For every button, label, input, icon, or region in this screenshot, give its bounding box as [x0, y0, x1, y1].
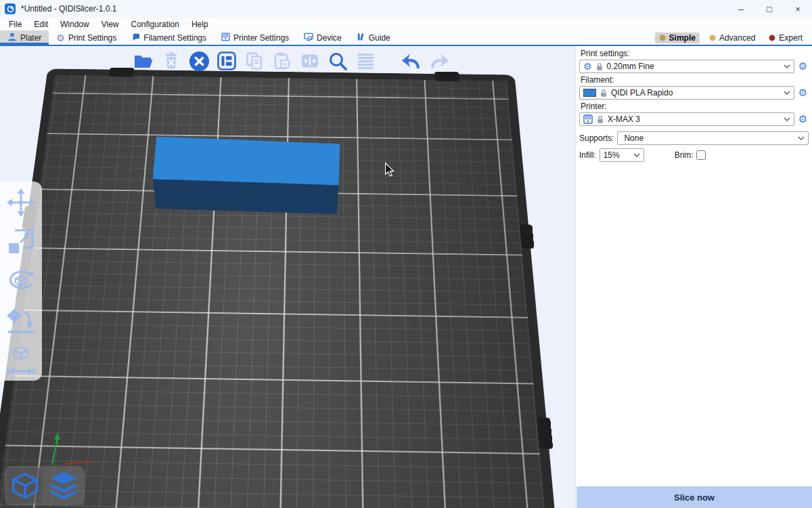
delete-button[interactable] — [160, 50, 182, 72]
layer-height-icon — [355, 51, 376, 71]
menu-window[interactable]: Window — [54, 20, 95, 29]
slice-now-button[interactable]: Slice now — [577, 486, 812, 508]
simple-mode-dot — [659, 35, 666, 41]
sliced-layers-icon — [48, 470, 79, 501]
app-icon — [5, 3, 16, 14]
paste-button[interactable] — [271, 50, 293, 72]
title-bar: *Untitled - QIDISlicer-1.0.1 – □ × — [0, 0, 812, 18]
model-box-top-face — [153, 137, 340, 186]
3d-editor-view-button[interactable] — [7, 468, 43, 503]
folder-open-icon — [133, 51, 154, 71]
expert-mode-dot — [769, 35, 775, 41]
printer-label: Printer: — [581, 102, 809, 111]
undo-button[interactable] — [401, 50, 422, 72]
variable-layer-height-button[interactable] — [355, 50, 376, 72]
rotate-tool[interactable] — [4, 264, 38, 298]
cube-icon — [10, 471, 40, 501]
place-on-face-tool[interactable] — [4, 303, 38, 337]
printer-gear-button[interactable]: ⚙ — [797, 114, 809, 125]
print-settings-gear-button[interactable]: ⚙ — [797, 61, 809, 72]
arrange-icon — [217, 51, 237, 71]
open-button[interactable] — [133, 50, 154, 72]
print-settings-label: Print settings: — [581, 49, 809, 58]
trash-icon — [162, 51, 181, 71]
tab-filament-settings[interactable]: Filament Settings — [124, 30, 214, 45]
lock-icon — [600, 89, 608, 98]
tab-guide[interactable]: Guide — [349, 30, 398, 45]
mode-advanced[interactable]: Advanced — [705, 33, 759, 43]
measure-tool[interactable] — [4, 343, 38, 377]
paste-icon — [272, 51, 292, 71]
scale-icon — [5, 226, 37, 257]
measure-icon — [5, 344, 37, 375]
mode-simple[interactable]: Simple — [655, 33, 700, 43]
redo-button[interactable] — [428, 50, 450, 72]
advanced-mode-dot — [709, 35, 716, 41]
maximize-button[interactable]: □ — [755, 0, 784, 18]
filament-icon — [131, 33, 140, 43]
copy-icon — [244, 51, 265, 71]
scale-tool[interactable] — [4, 225, 38, 259]
plate-clip — [109, 68, 134, 77]
place-on-face-icon — [5, 305, 37, 336]
settings-sidebar: Print settings: ⚙ 0.20mm Fine ⚙ Filament… — [575, 46, 812, 508]
menu-view[interactable]: View — [95, 20, 125, 29]
move-icon — [5, 187, 37, 218]
menu-bar: File Edit Window View Configuration Help — [0, 18, 812, 30]
tab-plater[interactable]: Plater — [0, 30, 49, 45]
delete-all-button[interactable] — [188, 50, 210, 72]
split-instances-button[interactable] — [299, 50, 321, 72]
tab-print-settings[interactable]: ⚙ Print Settings — [49, 30, 124, 45]
search-icon — [328, 51, 348, 72]
device-icon — [304, 33, 313, 43]
copy-button[interactable] — [244, 50, 265, 72]
brim-checkbox[interactable] — [696, 150, 706, 160]
chevron-down-icon — [798, 136, 805, 140]
mode-switcher: Simple Advanced Expert — [655, 30, 812, 45]
undo-icon — [401, 51, 422, 71]
chevron-down-icon — [784, 64, 790, 68]
chevron-down-icon — [784, 91, 790, 95]
lock-icon — [595, 62, 604, 71]
tab-device[interactable]: Device — [296, 30, 349, 45]
plate-clip — [520, 224, 535, 249]
infill-label: Infill: — [579, 150, 596, 160]
plate-clip — [537, 417, 553, 448]
delete-all-icon — [189, 51, 210, 72]
brim-label: Brim: — [675, 150, 694, 160]
model-box[interactable] — [153, 137, 340, 215]
menu-help[interactable]: Help — [185, 20, 215, 29]
build-plate[interactable] — [0, 68, 575, 508]
plater-icon — [7, 32, 17, 43]
printer-combo[interactable]: X-MAX 3 — [579, 112, 794, 126]
model-box-front-face — [153, 179, 339, 214]
window-title: *Untitled - QIDISlicer-1.0.1 — [21, 4, 116, 14]
arrange-button[interactable] — [216, 50, 238, 72]
rotate-icon — [5, 266, 37, 297]
search-button[interactable] — [327, 50, 348, 72]
mode-expert[interactable]: Expert — [765, 33, 807, 43]
filament-color-swatch — [583, 89, 596, 97]
close-button[interactable]: × — [784, 0, 812, 18]
minimize-button[interactable]: – — [727, 0, 755, 18]
gear-icon: ⚙ — [583, 62, 592, 71]
filament-combo[interactable]: QIDI PLA Rapido — [579, 86, 794, 100]
tab-bar: Plater ⚙ Print Settings Filament Setting… — [0, 30, 812, 45]
tab-printer-settings[interactable]: Printer Settings — [214, 30, 296, 45]
infill-combo[interactable]: 15% — [600, 148, 644, 162]
3d-viewport[interactable] — [0, 46, 575, 508]
filament-label: Filament: — [581, 75, 809, 85]
filament-gear-button[interactable]: ⚙ — [797, 87, 809, 99]
print-settings-combo[interactable]: ⚙ 0.20mm Fine — [579, 60, 794, 73]
move-tool[interactable] — [4, 186, 38, 219]
supports-combo[interactable]: None — [617, 131, 809, 145]
redo-icon — [428, 51, 450, 71]
lock-icon — [596, 115, 604, 124]
menu-file[interactable]: File — [3, 20, 28, 29]
preview-view-button[interactable] — [45, 468, 81, 503]
printer-icon — [221, 33, 230, 43]
menu-edit[interactable]: Edit — [28, 20, 54, 29]
view-toggle-panel — [5, 466, 85, 505]
tabbar-accent-line — [0, 45, 812, 46]
menu-configuration[interactable]: Configuration — [125, 20, 185, 29]
